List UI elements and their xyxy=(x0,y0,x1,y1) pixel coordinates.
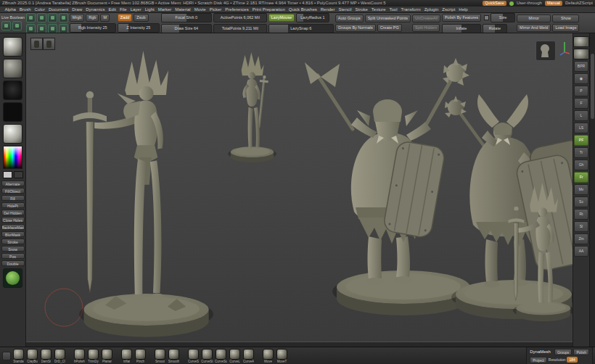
menu-marker[interactable]: Marker xyxy=(156,7,173,12)
bpr-render-button[interactable]: BPR xyxy=(574,61,588,72)
menu-file[interactable]: File xyxy=(118,7,128,12)
move-view-button[interactable]: Mv xyxy=(574,184,588,195)
brush-smooth[interactable]: Smooth xyxy=(168,349,180,363)
persp-button[interactable]: P xyxy=(574,86,588,96)
brush-damst[interactable]: DamSt xyxy=(40,349,52,363)
left-stroke-button[interactable]: Stroke xyxy=(1,239,25,244)
brush-move[interactable]: Move xyxy=(262,349,274,363)
brush-curvel[interactable]: CurveL xyxy=(229,349,241,363)
brush-curvesu[interactable]: CurveSu xyxy=(215,349,227,363)
model-troll-axe[interactable] xyxy=(305,58,475,315)
polish-checkbox[interactable] xyxy=(484,15,489,20)
left-backfacemask-button[interactable]: BackfaceMask xyxy=(1,224,25,230)
menu-help[interactable]: Help xyxy=(457,7,469,12)
menu-material[interactable]: Material xyxy=(173,7,192,12)
brush-pinch[interactable]: Pinch xyxy=(134,349,147,363)
menu-draw[interactable]: Draw xyxy=(70,7,84,12)
load-image-button[interactable]: Load Image xyxy=(552,24,579,32)
secondary-color-swatch[interactable] xyxy=(14,171,23,178)
zsub-button[interactable]: Zsub xyxy=(134,14,148,22)
menu-color[interactable]: Color xyxy=(33,7,46,12)
edit-icon[interactable] xyxy=(26,24,36,33)
focal-shift-slider[interactable]: Focal Shift 0 xyxy=(161,13,212,22)
menu-render[interactable]: Render xyxy=(319,7,337,12)
brush-standa[interactable]: Standa xyxy=(12,349,25,363)
show-button[interactable]: Show xyxy=(552,15,579,22)
current-brush-thumb[interactable] xyxy=(3,37,22,57)
rgb-intensity-slider[interactable]: Rgb Intensity 25 xyxy=(70,23,116,33)
brush-planar[interactable]: Planar xyxy=(101,349,113,363)
move-icon[interactable] xyxy=(48,24,57,33)
lazy-radius-slider[interactable]: LazyRadius 1 xyxy=(296,13,329,22)
brush-curves[interactable]: CurveS xyxy=(187,349,200,363)
split-hidden-button[interactable]: Split Hidden xyxy=(412,24,440,32)
color-picker[interactable] xyxy=(3,146,22,169)
split-unmasked-points-button[interactable]: Split Unmasked Points xyxy=(365,15,411,22)
menu-quick-brushes[interactable]: Quick Brushes xyxy=(287,7,319,12)
mirror-button[interactable]: Mirror xyxy=(517,15,551,22)
scroll-button[interactable]: Sl xyxy=(574,221,588,232)
left-close-holes-button[interactable]: Close Holes xyxy=(1,217,25,223)
left-snow-button[interactable]: Snow xyxy=(1,246,25,252)
menu-zplugin[interactable]: Zplugin xyxy=(422,7,440,12)
lazymouse-button[interactable]: LazyMouse xyxy=(268,14,295,22)
menu-document[interactable]: Document xyxy=(46,7,70,12)
dynamesh-resolution-value[interactable]: 184 xyxy=(567,357,577,363)
quicksave-button[interactable]: QuickSave xyxy=(483,1,506,6)
scale-icon[interactable] xyxy=(59,24,68,33)
rgb-button[interactable]: Rgb xyxy=(86,14,99,22)
left-fill-button[interactable]: Fill xyxy=(1,195,25,201)
menu-edit[interactable]: Edit xyxy=(107,7,118,12)
sculpt-scene[interactable] xyxy=(26,33,573,347)
zadd-button[interactable]: Zadd xyxy=(118,14,133,22)
lightbox-icon[interactable] xyxy=(26,13,36,22)
preview-thumb-2[interactable] xyxy=(573,49,589,59)
menu-layer[interactable]: Layer xyxy=(128,7,143,12)
brush-curvea[interactable]: CurveA xyxy=(242,349,255,363)
z-intensity-slider[interactable]: Z Intensity 25 xyxy=(118,23,160,33)
lazy-snap-slider[interactable]: LazySnap 6 xyxy=(268,24,334,33)
menu-preferences[interactable]: Preferences xyxy=(223,7,250,12)
mirror-and-weld-button[interactable]: Mirror And Weld xyxy=(517,24,551,32)
main-color-swatch[interactable] xyxy=(3,171,12,178)
rotate-slider[interactable]: Rotate xyxy=(483,24,507,33)
draw-size-slider[interactable]: Draw Size 64 xyxy=(161,24,212,33)
current-stroke-thumb[interactable] xyxy=(3,59,22,78)
brush-curvest[interactable]: CurveSt xyxy=(201,349,213,363)
current-texture-thumb[interactable] xyxy=(3,102,22,122)
menu-print-preparation[interactable]: Print Preparation xyxy=(250,7,287,12)
live-boolean-toggle-icon[interactable] xyxy=(1,21,11,30)
polyframe-button[interactable]: PF xyxy=(574,135,588,146)
menu-stencil[interactable]: Stencil xyxy=(337,7,353,12)
left-double-button[interactable]: Double xyxy=(1,260,25,266)
auto-groups-button[interactable]: Auto Groups xyxy=(335,15,364,22)
brush-claybu[interactable]: ClayBu xyxy=(26,349,38,363)
left-pop-button[interactable]: Pop xyxy=(1,253,25,259)
left-del-hidden-button[interactable]: Del Hidden xyxy=(1,210,25,215)
local-transform-button[interactable]: L xyxy=(574,110,588,121)
size-slider[interactable]: Size xyxy=(491,13,515,22)
dynamesh-groups-button[interactable]: Groups xyxy=(554,349,572,355)
left-hidept-button[interactable]: HidePt xyxy=(1,202,25,208)
menu-movie[interactable]: Movie xyxy=(192,7,208,12)
rotate-view-button[interactable]: Rt xyxy=(574,209,588,220)
zoom-button[interactable]: Zm xyxy=(574,233,588,244)
brush-movet[interactable]: MoveT xyxy=(276,349,288,363)
user-avatar[interactable] xyxy=(509,1,514,6)
draw-icon[interactable] xyxy=(37,24,46,33)
material-head-preview[interactable] xyxy=(536,41,556,61)
create-pg-button[interactable]: Create PG xyxy=(377,24,402,32)
aa-half-button[interactable]: AA xyxy=(574,246,588,257)
polish-by-features-button[interactable]: Polish By Features xyxy=(442,14,481,22)
live-boolean-render-icon[interactable] xyxy=(12,21,22,30)
gizmo-icon[interactable] xyxy=(59,13,68,22)
menu-dynamics[interactable]: Dynamics xyxy=(84,7,107,12)
brush-trimdy[interactable]: TrimDy xyxy=(87,349,99,363)
m-button[interactable]: M xyxy=(100,14,110,22)
tray-options-icon[interactable] xyxy=(2,352,11,360)
left-blurmask-button[interactable]: BlurMask xyxy=(1,231,25,237)
left-alternate-button[interactable]: Alternate xyxy=(1,181,25,186)
menu-alpha[interactable]: Alpha xyxy=(3,7,17,12)
dynamesh-polish-button[interactable]: Polish xyxy=(573,349,589,355)
menu-tool[interactable]: Tool xyxy=(387,7,399,12)
